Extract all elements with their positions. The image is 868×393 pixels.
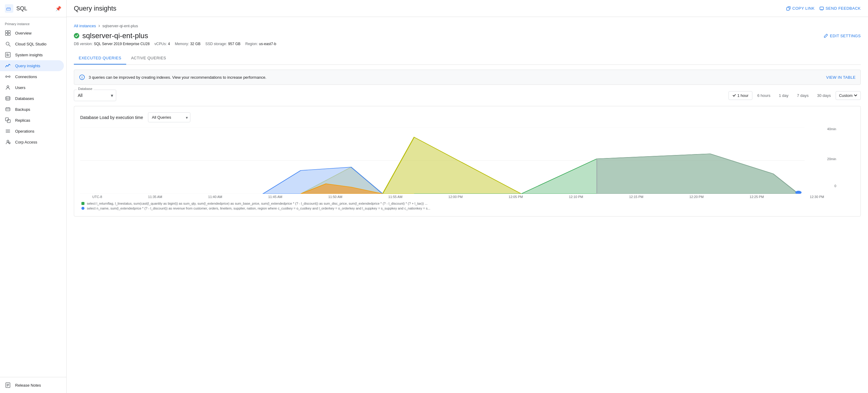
svg-text:🗃: 🗃	[6, 6, 11, 11]
database-select-input[interactable]: All	[74, 90, 116, 101]
svg-point-12	[6, 76, 7, 78]
databases-icon	[5, 96, 11, 101]
sidebar-item-connections[interactable]: Connections	[0, 71, 64, 82]
sidebar-item-label-cloud-sql-studio: Cloud SQL Studio	[15, 42, 46, 46]
check-icon	[733, 94, 736, 97]
breadcrumb: All instances › sqlserver-qi-ent-plus	[74, 23, 861, 28]
content-area: All instances › sqlserver-qi-ent-plus sq…	[67, 17, 868, 393]
meta-ssd: SSD storage: 957 GB	[205, 42, 240, 46]
x-label-1225: 12:25 PM	[750, 195, 764, 199]
time-btn-7days[interactable]: 7 days	[793, 91, 812, 100]
tab-executed-queries[interactable]: EXECUTED QUERIES	[74, 52, 126, 64]
sidebar-item-databases[interactable]: Databases	[0, 93, 64, 104]
view-in-table-button[interactable]: VIEW IN TABLE	[826, 75, 856, 80]
sql-logo: 🗃	[5, 4, 13, 13]
sidebar-item-label-system-insights: System insights	[15, 53, 43, 57]
meta-vcpus: vCPUs: 4	[154, 42, 170, 46]
instance-header: sqlserver-qi-ent-plus EDIT SETTINGS	[74, 31, 861, 40]
sidebar-item-label-query-insights: Query insights	[15, 64, 40, 68]
database-selector[interactable]: Database All ▾	[74, 90, 116, 101]
meta-db-version: DB version: SQL Server 2019 Enterprise C…	[74, 42, 150, 46]
meta-memory: Memory: 32 GB	[175, 42, 200, 46]
instance-name: sqlserver-qi-ent-plus	[82, 31, 148, 40]
sidebar-header: 🗃 SQL 📌	[0, 0, 66, 17]
sidebar-item-users[interactable]: Users	[0, 82, 64, 93]
sidebar-item-label-backups: Backups	[15, 107, 30, 112]
query-filter-select-input[interactable]: All Queries	[148, 112, 190, 122]
send-feedback-button[interactable]: SEND FEEDBACK	[819, 6, 861, 10]
system-insights-icon	[5, 52, 11, 58]
sidebar: 🗃 SQL 📌 Primary instance Overview Cloud …	[0, 0, 67, 393]
copy-link-button[interactable]: COPY LINK	[786, 6, 815, 10]
users-icon	[5, 85, 11, 90]
overview-icon	[5, 30, 11, 36]
time-btn-30days[interactable]: 30 days	[813, 91, 835, 100]
breadcrumb-separator: ›	[98, 23, 100, 28]
svg-rect-2	[5, 31, 7, 33]
sidebar-item-label-overview: Overview	[15, 31, 31, 35]
chart-title: Database Load by execution time	[80, 115, 143, 120]
time-btn-1hour[interactable]: 1 hour	[728, 91, 752, 100]
info-banner: 3 queries can be improved by creating in…	[74, 70, 861, 85]
edit-settings-button[interactable]: EDIT SETTINGS	[824, 34, 861, 38]
svg-point-16	[6, 97, 10, 98]
end-dot	[795, 191, 802, 194]
tab-active-queries[interactable]: ACTIVE QUERIES	[126, 52, 171, 64]
legend-text-1: select n_name, sum(l_extendedprice * (? …	[87, 207, 430, 210]
send-feedback-icon	[819, 6, 824, 10]
x-label-1220: 12:20 PM	[689, 195, 704, 199]
sidebar-item-corp-access[interactable]: + Corp Access	[0, 137, 64, 147]
edit-icon	[824, 34, 828, 38]
sidebar-item-query-insights[interactable]: Query insights	[0, 60, 64, 71]
replicas-icon	[5, 118, 11, 123]
svg-point-36	[82, 76, 82, 77]
pin-icon[interactable]: 📌	[55, 6, 61, 11]
chevron-down-icon	[854, 94, 858, 97]
sidebar-item-replicas[interactable]: Replicas	[0, 115, 64, 126]
legend-dot-0	[82, 202, 85, 205]
sidebar-item-backups[interactable]: Backups	[0, 104, 64, 115]
sidebar-item-label-operations: Operations	[15, 129, 34, 133]
chart-section: Database Load by execution time All Quer…	[74, 106, 861, 216]
svg-rect-17	[6, 108, 10, 111]
sidebar-item-cloud-sql-studio[interactable]: Cloud SQL Studio	[0, 38, 64, 49]
svg-rect-4	[5, 33, 7, 35]
sidebar-item-overview[interactable]: Overview	[0, 28, 64, 38]
chart-legend: select l_returnflag, l_linestatus, sum(c…	[80, 202, 855, 210]
breadcrumb-all-instances[interactable]: All instances	[74, 24, 96, 28]
y-label-20: 20min	[827, 157, 836, 161]
time-btn-1day[interactable]: 1 day	[775, 91, 792, 100]
query-filter-selector[interactable]: All Queries ▾	[148, 112, 190, 122]
x-label-1145: 11:45 AM	[268, 195, 282, 199]
x-label-1155: 11:55 AM	[388, 195, 402, 199]
chart-container: 40min 20min 0	[80, 127, 855, 199]
svg-line-7	[9, 45, 10, 46]
x-label-1215: 12:15 PM	[629, 195, 644, 199]
time-btn-6hours[interactable]: 6 hours	[753, 91, 774, 100]
svg-rect-21	[5, 118, 8, 121]
y-label-0: 0	[834, 184, 836, 188]
sidebar-item-label-connections: Connections	[15, 74, 37, 79]
svg-point-26	[7, 140, 9, 142]
copy-link-icon	[786, 6, 790, 10]
svg-rect-33	[786, 7, 789, 10]
sidebar-section-label: Primary instance	[0, 17, 66, 28]
meta-region: Region: us-east7-b	[245, 42, 276, 46]
x-label-1135: 11:35 AM	[148, 195, 162, 199]
x-label-1140: 11:40 AM	[208, 195, 222, 199]
legend-text-0: select l_returnflag, l_linestatus, sum(c…	[87, 202, 428, 205]
svg-point-15	[7, 86, 9, 88]
page-title: Query insights	[74, 4, 786, 12]
sidebar-item-label-release-notes: Release Notes	[15, 383, 41, 388]
sidebar-item-release-notes[interactable]: Release Notes	[0, 380, 64, 391]
legend-dot-1	[82, 207, 85, 210]
sidebar-item-system-insights[interactable]: System insights	[0, 49, 64, 60]
svg-rect-5	[8, 33, 10, 35]
instance-meta: DB version: SQL Server 2019 Enterprise C…	[74, 42, 861, 46]
time-btn-custom[interactable]: Custom	[836, 91, 861, 100]
topbar-actions: COPY LINK SEND FEEDBACK	[786, 6, 861, 10]
cloud-sql-studio-icon	[5, 41, 11, 47]
sidebar-item-operations[interactable]: Operations	[0, 126, 64, 137]
y-label-40: 40min	[827, 127, 836, 131]
legend-item-1: select n_name, sum(l_extendedprice * (? …	[82, 207, 855, 210]
